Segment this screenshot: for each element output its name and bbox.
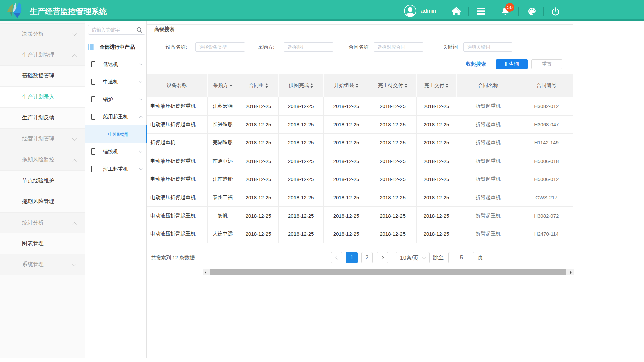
scrollbar-thumb[interactable] (210, 269, 566, 275)
user-avatar-icon[interactable] (404, 5, 416, 17)
cell-drawing-done: 2018-12-25 (278, 188, 323, 206)
sort-carets-icon[interactable] (310, 83, 313, 88)
menu-icon[interactable] (477, 8, 485, 15)
missing-glyph-box-icon (91, 61, 95, 67)
tree-search-input[interactable] (92, 25, 135, 34)
sort-carets-icon[interactable] (446, 83, 448, 88)
column-header-content: 合同生 (249, 82, 268, 89)
page-2-button[interactable]: 2 (361, 252, 373, 263)
table-row[interactable]: 电动液压折臂起重机 江苏宏强 2018-12-25 2018-12-25 201… (147, 97, 573, 115)
table-row[interactable]: 电动液压折臂起重机 长兴造船 2018-12-25 2018-12-25 201… (147, 115, 573, 133)
table-row[interactable]: 电动液压折臂起重机 南通中远 2018-12-25 2018-12-25 201… (147, 152, 573, 170)
scroll-left-button[interactable] (203, 269, 208, 275)
sidebar-item-label: 决策分析 (22, 31, 44, 38)
cell-buyer: 南通中远 (207, 152, 238, 170)
column-header-label: 合同编号 (537, 82, 557, 89)
table-column-header[interactable]: 供图完成 (278, 74, 323, 97)
sidebar-item[interactable]: 经营计划管理 (0, 129, 85, 150)
tree-node[interactable]: 船用起重机 (85, 108, 146, 125)
home-icon[interactable] (452, 7, 461, 15)
tree-node[interactable]: 锚绞机 (85, 143, 146, 160)
tree-node-label: 锅炉 (103, 96, 113, 103)
collapse-search-link[interactable]: 收起搜索 (466, 59, 486, 69)
tree-node[interactable]: 中速机 (85, 73, 146, 90)
sidebar-item[interactable]: 拖期风险管理 (0, 191, 85, 213)
triangle-right-icon (570, 271, 572, 274)
tree-node[interactable]: 中船绿洲 (85, 125, 146, 143)
tree-node[interactable]: 锅炉 (85, 90, 146, 108)
sidebar-item-label: 生产计划管理 (22, 52, 54, 59)
chevron-down-icon (72, 136, 77, 140)
sidebar-item-label: 系统管理 (22, 261, 44, 268)
tree-root-all-products[interactable]: 全部进行中产品 (85, 38, 146, 56)
keyword-input[interactable] (463, 42, 512, 52)
search-icon[interactable] (137, 27, 142, 33)
table-column-header[interactable]: 采购方 (207, 74, 238, 97)
sidebar-item[interactable]: 生产计划管理 (0, 45, 85, 66)
table-column-header[interactable]: 完工交付 (416, 74, 457, 97)
chevron-down-icon (139, 167, 143, 170)
sidebar-item[interactable]: 决策分析 (0, 24, 85, 45)
cell-assembly-start: 2018-12-25 (323, 134, 369, 152)
results-table-wrap: 设备名称 采购方 (147, 74, 573, 245)
sidebar-item[interactable]: 生产计划反馈 (0, 108, 85, 129)
sidebar-item[interactable]: 基础数据管理 (0, 66, 85, 87)
cell-device: 电动液压折臂起重机 (147, 225, 207, 243)
table-row[interactable]: 电动液压折臂起重机 泰州三福 2018-12-25 2018-12-25 201… (147, 188, 573, 206)
tree-node[interactable]: 海工起重机 (85, 160, 146, 178)
table-column-header[interactable]: 开始组装 (323, 74, 369, 97)
cell-contract-name: 折臂起重机 (457, 206, 520, 225)
cell-assembly-start: 2018-12-25 (323, 97, 369, 115)
page-size-select[interactable]: 10条/页 (396, 252, 430, 263)
filter-caret-icon[interactable] (230, 85, 232, 87)
table-row[interactable]: 电动液压折臂起重机 大连中远 2018-12-25 2018-12-25 201… (147, 225, 573, 243)
sidebar-item[interactable]: 节点经验维护 (0, 171, 85, 192)
chevron-up-icon (72, 159, 77, 164)
cell-finish-delivered: 2018-12-25 (416, 134, 457, 152)
tree-node[interactable]: 低速机 (85, 56, 146, 73)
chevron-down-icon (139, 80, 143, 83)
table-row[interactable]: 电动液压折臂起重机 江南造船 2018-12-25 2018-12-25 201… (147, 170, 573, 188)
logout-power-icon[interactable] (551, 7, 560, 16)
table-column-header[interactable]: 合同编号 (520, 74, 573, 97)
sidebar-item[interactable]: 生产计划录入 (0, 87, 85, 108)
column-header-content: 合同编号 (537, 82, 557, 89)
table-column-header[interactable]: 设备名称 (147, 74, 207, 97)
column-header-content: 开始组装 (334, 82, 358, 89)
query-button[interactable]: fl 查询 (496, 59, 528, 69)
device-name-input[interactable] (195, 42, 245, 52)
cell-contract-name: 折臂起重机 (457, 152, 520, 170)
sidebar-item[interactable]: 拖期风险监控 (0, 149, 85, 171)
missing-glyph-box-icon (91, 148, 95, 155)
next-page-button[interactable] (377, 252, 388, 263)
sort-carets-icon[interactable] (265, 83, 268, 88)
page-1-button[interactable]: 1 (346, 252, 358, 263)
cell-contract-no: H5006-018 (520, 152, 573, 170)
table-row[interactable]: 折臂起重机 芜湖造船 2018-12-25 2018-12-25 2018-12… (147, 134, 573, 152)
sidebar-item[interactable]: 统计分析 (0, 213, 85, 234)
username-label[interactable]: admin (421, 8, 436, 14)
query-button-label: 查询 (509, 61, 519, 67)
prev-page-button[interactable] (331, 252, 342, 263)
reset-button[interactable]: 重置 (531, 59, 562, 69)
sidebar-item[interactable]: 系统管理 (0, 254, 85, 276)
jump-to-label: 跳至 (433, 254, 444, 261)
scroll-right-button[interactable] (568, 269, 574, 275)
buyer-label: 采购方: (258, 42, 274, 52)
theme-palette-icon[interactable] (528, 8, 536, 15)
content-card: 高级搜索 设备名称: 采购方: 合同名称 关键词 收起搜索 fl 查询 重置 (147, 24, 573, 245)
contract-name-input[interactable] (374, 42, 423, 52)
table-column-header[interactable]: 合同生 (238, 74, 278, 97)
sort-carets-icon[interactable] (356, 83, 358, 88)
table-column-header[interactable]: 合同名称 (457, 74, 520, 97)
table-row[interactable]: 电动液压折臂起重机 扬帆 2018-12-25 2018-12-25 2018-… (147, 206, 573, 225)
sidebar-item[interactable]: 图表管理 (0, 233, 85, 254)
jump-page-input[interactable] (448, 252, 474, 263)
cell-finish-delivered: 2018-12-25 (416, 97, 457, 115)
sort-carets-icon[interactable] (405, 83, 407, 88)
buyer-input[interactable] (284, 42, 333, 52)
horizontal-scrollbar[interactable] (203, 269, 574, 275)
table-column-header[interactable]: 完工待交付 (369, 74, 416, 97)
cell-device: 电动液压折臂起重机 (147, 152, 207, 170)
cell-finish-pending: 2018-12-25 (369, 97, 416, 115)
